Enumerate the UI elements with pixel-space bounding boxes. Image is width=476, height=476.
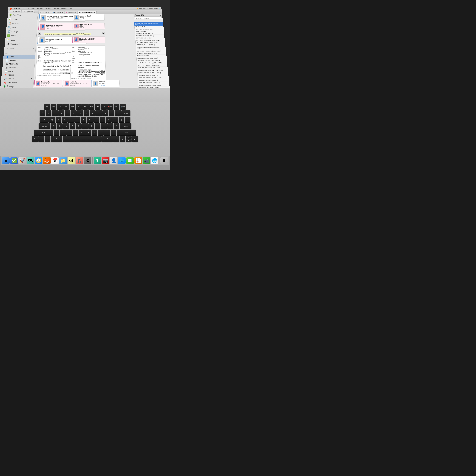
marriage-menu[interactable]: Marriage <box>52 8 60 9</box>
sidebar-sub-item-treetops[interactable]: 🌲 Treetops <box>0 84 33 88</box>
help-menu[interactable]: Help <box>68 8 73 9</box>
key-shift-left[interactable]: shift <box>34 130 53 135</box>
sidebar-item-mark[interactable]: ✅ Mark <box>5 34 36 38</box>
key-capslock[interactable]: caps lock <box>39 123 50 129</box>
sidebar-sub-item-relatives[interactable]: 👨‍👩‍👧 Relatives <box>2 66 34 69</box>
dock-folder[interactable]: 📁 <box>59 157 67 164</box>
key-arrow-right[interactable]: ▶ <box>132 136 138 142</box>
list-item[interactable]: JEFFRIES, Susie Anna (1907 – 1999) <box>136 50 166 52</box>
children-button[interactable]: + + Children ▾ <box>60 72 73 74</box>
key-return[interactable]: return <box>120 123 131 129</box>
dock-maps[interactable]: 🗺 <box>27 157 34 164</box>
key-z[interactable]: Z <box>54 130 59 135</box>
key-y[interactable]: Y <box>81 117 86 122</box>
sidebar-sub-item-results[interactable]: 🔎 Results ▼ <box>1 77 34 81</box>
key-cmd-right[interactable]: ⌘ <box>101 136 113 142</box>
list-item[interactable]: McELIEN, Ellsworth (1863 – 1928) <box>137 67 168 69</box>
key-f4[interactable]: ⊟F4 <box>69 104 75 110</box>
key-n[interactable]: N <box>85 130 91 135</box>
sidebar-item-tree-view[interactable]: 🌳 Tree View <box>8 13 38 17</box>
key-arrow-up[interactable]: ▲ <box>126 136 132 139</box>
key-v[interactable]: V <box>73 130 78 135</box>
key-alt-left[interactable]: ⌥ <box>45 136 50 142</box>
person-card-hallie[interactable]: 👤 Hallie M. 22 Mar 1878 – 6 Feb 1922 Age… <box>63 80 91 87</box>
key-backslash[interactable]: \ <box>125 117 131 122</box>
key-slash[interactable]: / <box>110 130 116 135</box>
key-o[interactable]: O <box>100 117 105 122</box>
list-item[interactable]: JEFFRIES, John D. (1850 – 1936) <box>136 41 165 44</box>
key-7[interactable]: 7 <box>84 110 89 116</box>
dock-trash[interactable]: 🗑 <box>160 157 168 164</box>
family-tree[interactable]: 👤 William James Humphrey IGLEHEART 27 Ma… <box>33 14 138 88</box>
list-item[interactable]: McADAMS, Anna (1864 – 1945) <box>136 57 167 59</box>
key-9[interactable]: 9 <box>96 110 102 116</box>
key-backtick[interactable]: ~` <box>39 110 45 116</box>
key-rbracket[interactable]: ] <box>119 117 124 122</box>
key-2[interactable]: 2 <box>52 110 58 116</box>
sidebar-item-charts[interactable]: 📊 Charts <box>7 17 37 21</box>
sidebar-sub-item-multimedia[interactable]: 🎬 Multimedia <box>2 62 35 66</box>
person-card-chester[interactable]: 👤 Chester Jan 1881 – 7 Children <box>91 80 120 87</box>
key-i[interactable]: I <box>93 117 99 122</box>
key-u[interactable]: U <box>87 117 93 122</box>
key-k[interactable]: K <box>95 123 101 129</box>
tab-bf-igleheart-2[interactable]: B.F. Igleheart <box>51 11 64 14</box>
key-f12[interactable]: 🔊F12 <box>120 104 126 110</box>
dock-rocket[interactable]: 🚀 <box>18 157 26 164</box>
nav-home[interactable]: ⌂ <box>84 69 87 72</box>
key-period[interactable]: . <box>104 130 110 135</box>
person-card-maryjane[interactable]: 👤 Mary Jane HUNT 1821 – Age: ? <box>73 23 105 29</box>
list-item[interactable]: JEFFRIES, Elijah <box>135 30 164 33</box>
apple-menu[interactable]: 🍎 <box>9 8 12 10</box>
nav-left[interactable]: ◀ <box>80 69 84 72</box>
app-menu[interactable]: Default <box>14 8 20 9</box>
list-item[interactable]: McELIEN, Mary E. (1849 – 1853) <box>138 84 170 86</box>
list-item[interactable]: JEFFRIES, Elijah (1858 – ) <box>135 33 164 35</box>
dock-twitter[interactable]: 🐦 <box>118 157 126 164</box>
sidebar-sub-item-sources[interactable]: 📄 Sources <box>3 59 35 62</box>
window-menu[interactable]: Window <box>61 8 67 9</box>
tab-janine-family[interactable]: Janine's Family File 11 <box>78 11 97 14</box>
list-item[interactable]: IGLEHEART, Winifred <box>135 26 164 28</box>
list-item[interactable]: McELIEN, Henrietta Clay (1847 – 1902) <box>137 69 168 71</box>
dock-solveig[interactable]: S <box>93 157 101 164</box>
person-card-martha[interactable]: 👤 Martha Jane ELLIS44 Age: 74 <box>72 36 105 43</box>
dock-chart-app[interactable]: 📈 <box>135 157 142 164</box>
key-s[interactable]: S <box>57 123 63 129</box>
key-5[interactable]: 5 <box>71 110 77 116</box>
tab-ra-jeffries-2[interactable]: R.A. Jeffries <box>38 11 51 14</box>
list-item[interactable]: McELIEN, May (1875 – 1878) <box>138 86 170 88</box>
share-icon[interactable]: ⬆ <box>85 74 87 76</box>
dock-calendar[interactable]: 📅 <box>51 157 59 164</box>
list-item[interactable]: MARCUS, Barry Avrum (1953 – ) <box>136 52 166 55</box>
list-item[interactable]: McELIEN, David Henry (1861 – 1942) <box>137 62 167 64</box>
key-cmd-left[interactable]: ⌘ <box>51 136 62 142</box>
list-item[interactable]: JEFFRIES, Richard Anderson (1823 – 1914) <box>136 46 166 50</box>
search-icon[interactable]: 🔍 <box>159 8 161 9</box>
dock-safari[interactable]: 🧭 <box>35 157 42 164</box>
person-card-augustin[interactable]: 👤 Augustin ELLIS 1815 – Age: ? <box>73 14 104 20</box>
key-tab[interactable]: tab <box>39 117 49 122</box>
list-item[interactable]: McELIEN, Edgar B. (1853 – 1934) <box>137 64 168 67</box>
list-item[interactable]: MARCUS, Gerald <box>136 55 167 57</box>
sidebar-sub-item-people[interactable]: 👤 People <box>3 55 35 59</box>
key-shift-right[interactable]: shift <box>117 130 136 135</box>
person-menu[interactable]: Person <box>45 8 51 9</box>
key-arrow-left[interactable]: ◀ <box>120 136 125 142</box>
key-alt-right[interactable]: ⌥ <box>113 136 119 142</box>
key-f5[interactable]: F5 <box>76 104 82 110</box>
key-fn[interactable]: fn <box>32 136 38 142</box>
sidebar-item-thumbnails[interactable]: 🖼 Thumbnails <box>5 42 36 46</box>
dock-chrome[interactable]: 🌐 <box>151 157 158 164</box>
key-equals[interactable]: = <box>115 110 121 116</box>
sidebar-item-change[interactable]: 🔄 Change <box>6 29 37 33</box>
key-backspace[interactable]: delete <box>121 110 131 116</box>
dock-photos[interactable]: 🖼 <box>68 157 75 164</box>
list-item[interactable]: JEFFRIES, James Earl (1883 – 1944) <box>135 39 165 41</box>
key-a[interactable]: A <box>51 123 56 129</box>
key-e[interactable]: E <box>62 117 68 122</box>
key-h[interactable]: H <box>82 123 88 129</box>
sidebar-item-find[interactable]: 🔍 Find <box>6 25 37 29</box>
tab-gw-adams[interactable]: G.W. Adams <box>65 11 77 14</box>
key-x[interactable]: X <box>60 130 66 135</box>
